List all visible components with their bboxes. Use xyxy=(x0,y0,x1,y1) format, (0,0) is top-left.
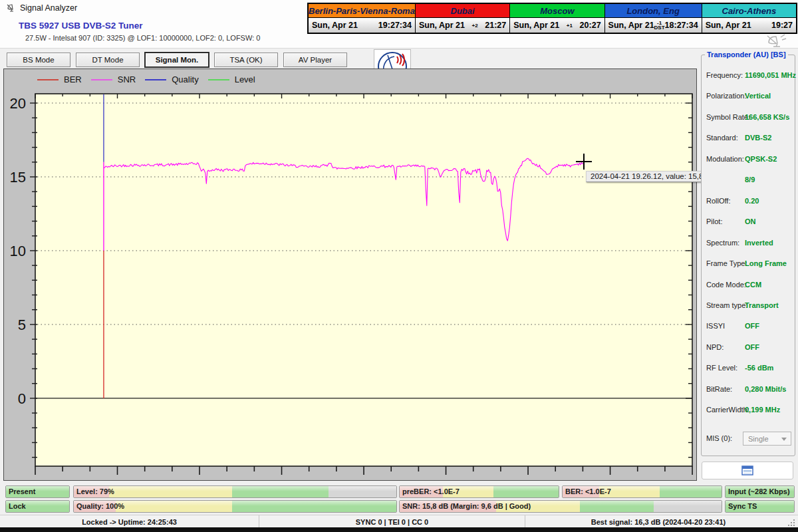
transponder-row-bitrate: BitRate:0,280 Mbit/s xyxy=(706,385,791,396)
transponder-row-polarization: Polarization:Vertical xyxy=(706,92,791,102)
quality-bar: Quality: 100% xyxy=(73,500,397,513)
mis-row: MIS (0):Single xyxy=(706,432,791,446)
present-indicator: Present xyxy=(5,485,70,498)
clock-city-label: Dubai xyxy=(416,4,509,18)
legend-level: Level xyxy=(208,74,255,84)
tuner-title: TBS 5927 USB DVB-S2 Tuner xyxy=(19,21,143,31)
tab-tsa-ok-[interactable]: TSA (OK) xyxy=(214,53,278,67)
bar-label: preBER: <1.0E-7 xyxy=(402,487,460,495)
level-bar: Level: 79% xyxy=(73,485,397,498)
transponder-row-issyi: ISSYIOFF xyxy=(706,322,791,332)
clock-city-label: Moscow xyxy=(510,4,604,18)
mode-tab-bar: BS ModeDT ModeSignal Mon.TSA (OK)AV Play… xyxy=(7,53,347,68)
status-bar: Locked -> Uptime: 24:25:43 SYNC 0 | TEI … xyxy=(0,515,798,527)
legend-swatch xyxy=(91,79,112,80)
bar-label: Level: 79% xyxy=(76,487,114,495)
status-lock-uptime: Locked -> Uptime: 24:25:43 xyxy=(0,515,259,528)
signal-status-bars: Present Level: 79% preBER: <1.0E-7 BER: … xyxy=(0,483,798,515)
clock-moscow: MoscowSun, Apr 21+120:27 xyxy=(510,4,604,33)
transponder-row-symbolrate: Symbol Rate:166,658 KS/s xyxy=(706,113,791,124)
clock-dubai: DubaiSun, Apr 21+221:27 xyxy=(416,4,510,33)
svg-text:20: 20 xyxy=(10,95,26,112)
resize-grip[interactable] xyxy=(788,519,796,527)
bar-label: Quality: 100% xyxy=(76,502,124,510)
world-clocks: Berlin-Paris-Vienna-RomaSun, Apr 2119:27… xyxy=(307,3,797,34)
transponder-row-rolloff: RollOff:0.20 xyxy=(706,197,791,207)
svg-text:15: 15 xyxy=(10,169,26,186)
transponder-row-frequency: Frequency:11690,051 MHz xyxy=(706,71,791,82)
svg-text:0: 0 xyxy=(18,390,26,407)
sync-ts-bar: Sync TS xyxy=(725,500,795,513)
transponder-row-frametype: Frame Type:Long Frame xyxy=(706,259,791,270)
transponder-row-streamtype: Stream type:Transport xyxy=(706,301,791,312)
transponder-row-rflevel: RF Level:-56 dBm xyxy=(706,364,791,374)
tab-av-player[interactable]: AV Player xyxy=(283,53,347,67)
status-sync-counters: SYNC 0 | TEI 0 | CC 0 xyxy=(259,515,525,528)
legend-ber: BER xyxy=(37,74,82,84)
transponder-row-modulation: Modulation:QPSK-S2 xyxy=(706,155,791,166)
snr-chart-svg[interactable]: 05101520 xyxy=(35,94,692,466)
bar-label: Sync TS xyxy=(728,502,757,510)
clock-cairo-athens: Cairo-AthensSun, Apr 2119:27 xyxy=(702,4,796,33)
legend-swatch xyxy=(208,79,229,80)
ber-bar: BER: <1.0E-7 xyxy=(562,485,722,498)
plot-area[interactable]: 05101520 xyxy=(35,94,692,466)
svg-text:5: 5 xyxy=(18,317,26,333)
transponder-title: Transponder (AU) [BS] xyxy=(705,51,788,59)
legend-quality: Quality xyxy=(145,74,198,84)
satellite-dish-icon xyxy=(6,3,17,13)
transponder-groupbox: Frequency:11690,051 MHzPolarization:Vert… xyxy=(701,55,795,456)
transponder-row-standard: Standard:DVB-S2 xyxy=(706,134,791,144)
snr-bar: SNR: 15,8 dB (Margin: 9,6 dB | Good) xyxy=(399,500,722,513)
tab-signal-mon-[interactable]: Signal Mon. xyxy=(145,53,209,67)
preber-bar: preBER: <1.0E-7 xyxy=(399,485,559,498)
clock-city-label: Cairo-Athens xyxy=(702,4,796,18)
bar-label: Present xyxy=(9,487,35,495)
bar-label: SNR: 15,8 dB (Margin: 9,6 dB | Good) xyxy=(402,502,531,510)
clock-city-label: London, Eng xyxy=(605,4,702,18)
legend-swatch xyxy=(145,79,166,80)
legend-swatch xyxy=(37,79,59,80)
transponder-row-fec: 8/9 xyxy=(706,176,791,186)
transponder-row-spectrum: Spectrum:Inverted xyxy=(706,239,791,249)
clock-time-row: Sun, Apr 2119:27:34 xyxy=(309,18,415,33)
chart-legend: BERSNRQualityLevel xyxy=(37,74,255,84)
clock-time-row: Sun, Apr 21+120:27 xyxy=(510,18,604,33)
background-strip xyxy=(0,527,798,532)
signal-analyzer-window: Signal Analyzer TBS 5927 USB DVB-S2 Tune… xyxy=(0,0,798,532)
transponder-row-codemode: Code Mode:CCM xyxy=(706,281,791,291)
bar-label: Lock xyxy=(9,502,26,510)
bar-shine xyxy=(74,486,396,491)
legend-snr: SNR xyxy=(91,74,136,84)
input-bar: Input (~282 Kbps) xyxy=(725,485,795,498)
stream-list-icon xyxy=(741,466,753,475)
chevron-down-icon xyxy=(781,438,787,441)
clock-time-row: Sun, Apr 21+221:27 xyxy=(416,18,509,33)
transport-log-button[interactable] xyxy=(702,462,793,479)
crosshair-h xyxy=(576,161,592,162)
dish-watermark-icon xyxy=(765,33,787,48)
transponder-row-carrierwidth: CarrierWidth:0,199 MHz xyxy=(706,406,791,416)
bar-label: BER: <1.0E-7 xyxy=(565,487,611,495)
status-best-signal: Best signal: 16,3 dB (2024-04-20 23:41) xyxy=(525,515,791,528)
window-title: Signal Analyzer xyxy=(20,3,77,13)
tuner-subtitle: 27.5W - Intelsat 907 (ID: 3325) @ LOF1: … xyxy=(25,34,260,42)
tab-bs-mode[interactable]: BS Mode xyxy=(7,53,70,67)
transponder-row-npd: NPD:OFF xyxy=(706,343,791,354)
tab-dt-mode[interactable]: DT Mode xyxy=(76,53,140,67)
mis-dropdown[interactable]: Single xyxy=(743,432,791,446)
lock-indicator: Lock xyxy=(5,500,70,513)
clock-time-row: Sun, Apr 2119:27 xyxy=(702,18,796,33)
clock-city-label: Berlin-Paris-Vienna-Roma xyxy=(309,4,415,18)
clock-time-row: Sun, Apr 21-1 DST18:27:34 xyxy=(605,18,702,33)
svg-text:10: 10 xyxy=(10,243,26,259)
signal-chart-panel: BERSNRQualityLevel 05101520 xyxy=(3,68,697,481)
transponder-row-pilot: Pilot:ON xyxy=(706,217,791,228)
clock-berlin-paris-vienna-roma: Berlin-Paris-Vienna-RomaSun, Apr 2119:27… xyxy=(309,4,416,33)
clock-london-eng: London, EngSun, Apr 21-1 DST18:27:34 xyxy=(605,4,702,33)
bar-label: Input (~282 Kbps) xyxy=(728,487,790,495)
